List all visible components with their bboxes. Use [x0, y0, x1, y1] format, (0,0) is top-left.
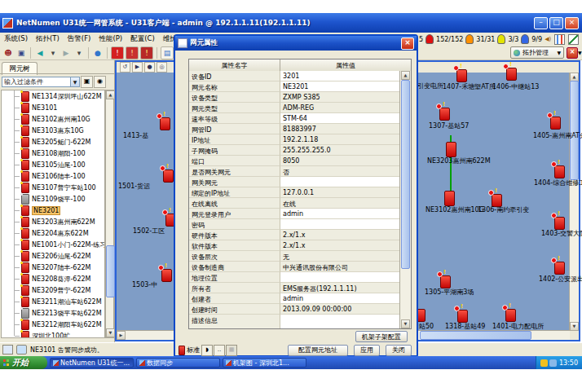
pointer-icon[interactable]: ▶ — [132, 62, 143, 73]
map-ne-icon[interactable]: ! — [457, 310, 468, 323]
tree-item[interactable]: NE3109饶平-100 — [2, 193, 104, 205]
map-node-label[interactable]: 1403-交警大队 — [541, 229, 582, 238]
tree-item[interactable]: NE3206汕尾-622M — [2, 250, 104, 262]
map-ne-icon[interactable] — [446, 142, 456, 157]
tree-item[interactable]: NE3213饶平车站622M — [2, 307, 104, 319]
timer-icon[interactable]: ● — [144, 62, 155, 73]
map-node-label[interactable]: NE3102惠州南10G — [425, 205, 484, 214]
major-alarm-icon[interactable] — [465, 34, 474, 44]
taskbar-task[interactable]: 数据同步 — [136, 358, 220, 368]
menu-item-0[interactable]: 系统(S) — [0, 34, 32, 44]
menu-item-4[interactable]: 配置(C) — [126, 34, 159, 44]
maximize-button[interactable]: □ — [549, 17, 563, 29]
alarm-sound-icon[interactable]: ◀) — [545, 36, 551, 42]
std-view-label[interactable]: 标准 — [187, 346, 200, 355]
dialog-titlebar[interactable]: 网元属性 × — [175, 36, 417, 51]
map-node-label[interactable]: 1307-基站57 — [429, 121, 469, 130]
monitor-icon[interactable]: ▣ — [15, 47, 27, 59]
tree-item[interactable]: NE1001小门-622M-练习 — [2, 239, 104, 250]
alarm-box-critical-icon[interactable]: ! — [111, 46, 124, 59]
taskbar-task[interactable]: 机架图 - 深圳北1... — [223, 358, 306, 368]
tree-item[interactable]: NE3201 — [2, 205, 104, 216]
map-ne-icon[interactable]: ! — [160, 117, 170, 130]
map-ne-icon[interactable]: ! — [550, 117, 561, 130]
tree-item[interactable]: NE3108潮阳-100 — [2, 148, 104, 159]
scrollbar-thumb[interactable] — [106, 245, 115, 297]
tree-item[interactable]: NE3208葵潭-622M — [2, 273, 104, 284]
map-node-label[interactable]: NE3203惠州南622M — [427, 156, 491, 165]
property-value-cell[interactable]: admin — [280, 209, 400, 219]
tree-item[interactable]: NE3209普宁-622M — [2, 284, 104, 296]
tree-item[interactable]: NE3102惠州南10G — [2, 113, 104, 125]
scrollbar-thumb[interactable] — [420, 331, 531, 340]
scroll-up-icon[interactable]: ▲ — [106, 90, 115, 99]
view-switcher-dropdown[interactable]: 拓扑管理 ▼ — [510, 46, 564, 59]
tree-item[interactable]: NE3211潮汕车站622M — [2, 296, 104, 307]
forward-icon[interactable]: ▶ — [60, 47, 72, 59]
property-value-cell[interactable]: admin — [280, 293, 400, 304]
apply-button[interactable]: 应用 — [354, 345, 380, 356]
scroll-down-icon[interactable]: ▼ — [570, 322, 579, 331]
taskbar-task[interactable]: NetNumen U31统一... — [50, 358, 134, 368]
tree-item[interactable]: NE3106陆丰-100 — [2, 170, 104, 182]
rack-shelf-config-button[interactable]: 机架子架配置 — [355, 331, 408, 342]
map-node-label[interactable]: 1406-中继站13 — [492, 82, 539, 91]
property-value-cell[interactable]: STM-64 — [280, 113, 400, 124]
map-ne-icon[interactable]: ! — [554, 165, 565, 178]
menu-item-1[interactable]: 拓扑(T) — [32, 34, 64, 44]
column-header-value[interactable]: 属性值 — [280, 59, 411, 71]
refresh-icon[interactable]: ↺ — [120, 62, 130, 73]
warning-alarm-icon[interactable] — [521, 34, 529, 44]
tree-item[interactable]: NE3205鲘门-622M — [2, 136, 104, 148]
tree-item[interactable]: NE3103惠东10G — [2, 125, 104, 136]
line-chart-icon[interactable] — [568, 34, 579, 45]
tree-item[interactable]: NE1314深圳坪山622M — [2, 90, 104, 102]
scroll-down-icon[interactable]: ▼ — [401, 319, 410, 328]
tree-item[interactable]: NE3212潮阳车站622M — [2, 319, 104, 330]
map-ne-icon[interactable]: ! — [554, 262, 565, 275]
property-value-cell[interactable] — [280, 177, 400, 187]
map-ne-icon[interactable] — [444, 191, 455, 206]
map-node-label[interactable]: 1503-中 — [132, 280, 157, 289]
scrollbar-thumb[interactable] — [401, 80, 410, 269]
map-node-label[interactable]: 1306-南约牵引变 — [478, 205, 529, 214]
map-node-label[interactable]: 1305-平湖南3场 — [425, 288, 474, 297]
back-icon[interactable]: ◀ — [34, 47, 46, 59]
tree-item[interactable]: NE3101 — [2, 102, 104, 113]
alarm-box-history-icon[interactable]: ! — [126, 46, 139, 59]
close-dialog-button[interactable]: 关闭 — [386, 345, 412, 356]
map-ne-icon[interactable]: ! — [440, 275, 451, 288]
scroll-down-icon[interactable]: ▼ — [106, 328, 115, 337]
back-dropdown-icon[interactable]: ▾ — [47, 47, 59, 59]
map-ne-icon[interactable]: ! — [505, 309, 516, 322]
tree-scrollbar[interactable]: ▲ ▼ — [105, 90, 114, 338]
map-ne-icon[interactable]: ! — [163, 170, 174, 183]
map-ne-icon[interactable]: ! — [456, 69, 467, 82]
zoom-icon[interactable]: ◎ — [157, 62, 167, 73]
property-value-cell[interactable] — [280, 272, 400, 283]
map-node-label[interactable]: 引变电所 — [417, 81, 443, 90]
property-value-cell[interactable]: NE3201 — [280, 81, 400, 92]
map-node-label[interactable]: 1405-惠州南AT分 — [533, 131, 582, 140]
column-header-name[interactable]: 属性名字 — [189, 59, 280, 71]
map-ne-icon[interactable]: ! — [554, 217, 565, 230]
map-ne-icon[interactable]: ! — [506, 68, 517, 81]
tree-item[interactable]: NE3207陆丰-622M — [2, 262, 104, 273]
bar-chart-icon[interactable] — [554, 34, 565, 45]
globe-icon[interactable]: ● — [92, 47, 104, 59]
chevron-down-icon[interactable]: ▼ — [578, 50, 582, 55]
chevron-down-icon[interactable]: ▼ — [70, 77, 79, 86]
layer-dots-icon[interactable]: ‥ — [214, 345, 225, 356]
dialog-close-button[interactable]: × — [401, 37, 414, 50]
filter-input[interactable]: 输入过滤条件 ▼ — [2, 77, 80, 87]
property-value-cell[interactable] — [280, 219, 400, 230]
scrollbar-thumb[interactable] — [570, 81, 579, 180]
alarm-box-query-icon[interactable]: ! — [140, 46, 153, 59]
map-node-label[interactable]: 1502-工区 — [133, 227, 165, 236]
tree-item[interactable]: 深圳北100扩 — [2, 330, 104, 338]
menu-item-2[interactable]: 告警(F) — [64, 34, 95, 44]
property-value-cell[interactable]: 3201 — [280, 71, 400, 81]
user-icon[interactable]: ☻ — [2, 47, 14, 59]
scroll-right-icon[interactable]: ▶ — [117, 331, 126, 340]
menu-item-3[interactable]: 性能(P) — [95, 34, 126, 44]
